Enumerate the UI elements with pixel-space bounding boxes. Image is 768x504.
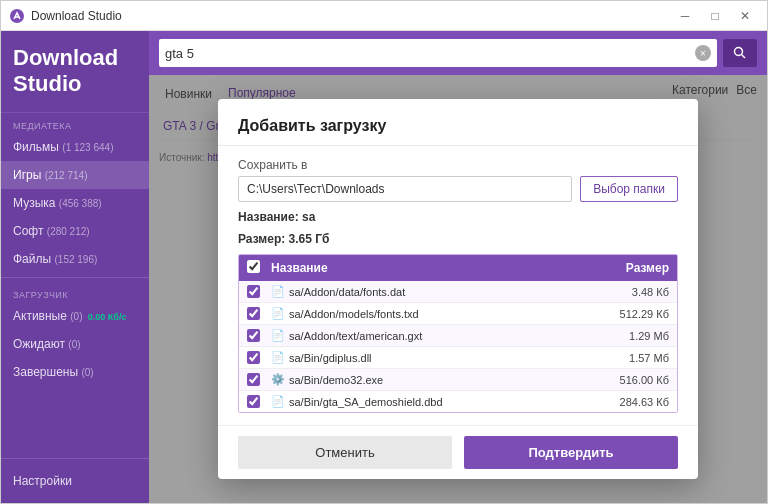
svg-point-0 [10, 9, 24, 23]
app-icon [9, 8, 25, 24]
sidebar-item-active[interactable]: Активные (0) 0.00 Кб/с [1, 302, 149, 330]
file-icon-5: 📄 [271, 395, 285, 408]
speed-badge: 0.00 Кб/с [88, 312, 127, 322]
modal-header: Добавить загрузку [218, 99, 698, 146]
table-row: 📄 sa/Addon/text/american.gxt 1.29 Мб [239, 325, 677, 347]
confirm-button[interactable]: Подтвердить [464, 436, 678, 469]
app-logo: Download Studio [1, 31, 149, 113]
sidebar-item-games[interactable]: Игры (212 714) [1, 161, 149, 189]
app-window: Download Studio ─ □ ✕ Download Studio МЕ… [0, 0, 768, 504]
sidebar-item-soft[interactable]: Софт (280 212) [1, 217, 149, 245]
svg-line-3 [742, 55, 746, 59]
sidebar-item-films[interactable]: Фильмы (1 123 644) [1, 133, 149, 161]
cancel-button[interactable]: Отменить [238, 436, 452, 469]
select-all-checkbox[interactable] [247, 260, 260, 273]
sidebar-bottom: Настройки [1, 458, 149, 503]
file-size-0: 3.48 Кб [569, 286, 669, 298]
file-size-info: Размер: 3.65 Гб [238, 232, 678, 246]
save-to-label: Сохранить в [238, 158, 678, 172]
file-size-3: 1.57 Мб [569, 352, 669, 364]
col-check [247, 260, 271, 276]
sidebar-item-files[interactable]: Файлы (152 196) [1, 245, 149, 273]
content-area: FREE SPACE Новинки Популярное Категории … [149, 75, 767, 503]
file-checkbox-1[interactable] [247, 307, 260, 320]
path-row: Выбор папки [238, 176, 678, 202]
svg-point-2 [735, 48, 743, 56]
file-checkbox-3[interactable] [247, 351, 260, 364]
file-name-0: sa/Addon/data/fonts.dat [289, 286, 405, 298]
file-size-2: 1.29 Мб [569, 330, 669, 342]
titlebar-controls: ─ □ ✕ [671, 6, 759, 26]
file-checkbox-4[interactable] [247, 373, 260, 386]
modal-backdrop: Добавить загрузку Сохранить в Выбор папк… [149, 75, 767, 503]
minimize-button[interactable]: ─ [671, 6, 699, 26]
titlebar-title: Download Studio [31, 9, 122, 23]
titlebar-left: Download Studio [9, 8, 122, 24]
file-checkbox-2[interactable] [247, 329, 260, 342]
file-name-4: sa/Bin/demo32.exe [289, 374, 383, 386]
modal-footer: Отменить Подтвердить [218, 425, 698, 479]
file-name-1: sa/Addon/models/fonts.txd [289, 308, 419, 320]
file-icon-1: 📄 [271, 307, 285, 320]
sidebar-item-waiting[interactable]: Ожидают (0) [1, 330, 149, 358]
file-icon-3: 📄 [271, 351, 285, 364]
file-table-header: Название Размер [239, 255, 677, 281]
path-input[interactable] [238, 176, 572, 202]
table-row: 📄 sa/Addon/models/fonts.txd 512.29 Кб [239, 303, 677, 325]
file-checkbox-0[interactable] [247, 285, 260, 298]
file-checkbox-5[interactable] [247, 395, 260, 408]
file-name-5: sa/Bin/gta_SA_demoshield.dbd [289, 396, 443, 408]
file-name-3: sa/Bin/gdiplus.dll [289, 352, 372, 364]
modal-body: Сохранить в Выбор папки Название: sa Раз… [218, 146, 698, 425]
search-input[interactable] [165, 46, 691, 61]
file-table: Название Размер 📄 sa/Addon/data/fonts.da… [238, 254, 678, 413]
table-row: 📄 sa/Bin/gta_SA_demoshield.dbd 284.63 Кб [239, 391, 677, 412]
search-clear-button[interactable]: × [695, 45, 711, 61]
library-section-label: МЕДИАТЕКА [1, 113, 149, 133]
col-size-header: Размер [569, 261, 669, 275]
titlebar: Download Studio ─ □ ✕ [1, 1, 767, 31]
main-content: Download Studio МЕДИАТЕКА Фильмы (1 123 … [1, 31, 767, 503]
table-row: ⚙️ sa/Bin/demo32.exe 516.00 Кб [239, 369, 677, 391]
sidebar-item-settings[interactable]: Настройки [1, 467, 149, 495]
right-panel: × FREE SPACE Новинки По [149, 31, 767, 503]
sidebar-divider [1, 277, 149, 278]
sidebar: Download Studio МЕДИАТЕКА Фильмы (1 123 … [1, 31, 149, 503]
search-icon [733, 46, 747, 60]
file-size-5: 284.63 Кб [569, 396, 669, 408]
browse-button[interactable]: Выбор папки [580, 176, 678, 202]
downloader-section-label: ЗАГРУЗЧИК [1, 282, 149, 302]
file-size-1: 512.29 Кб [569, 308, 669, 320]
file-icon-0: 📄 [271, 285, 285, 298]
file-icon-4: ⚙️ [271, 373, 285, 386]
sidebar-item-music[interactable]: Музыка (456 388) [1, 189, 149, 217]
file-name-2: sa/Addon/text/american.gxt [289, 330, 422, 342]
add-download-modal: Добавить загрузку Сохранить в Выбор папк… [218, 99, 698, 479]
maximize-button[interactable]: □ [701, 6, 729, 26]
table-row: 📄 sa/Bin/gdiplus.dll 1.57 Мб [239, 347, 677, 369]
close-button[interactable]: ✕ [731, 6, 759, 26]
file-info: Название: sa [238, 210, 678, 224]
table-row: 📄 sa/Addon/data/fonts.dat 3.48 Кб [239, 281, 677, 303]
file-icon-2: 📄 [271, 329, 285, 342]
search-bar: × [149, 31, 767, 75]
modal-title: Добавить загрузку [238, 117, 678, 135]
col-name-header: Название [271, 261, 569, 275]
search-button[interactable] [723, 39, 757, 67]
sidebar-item-completed[interactable]: Завершены (0) [1, 358, 149, 386]
file-size-4: 516.00 Кб [569, 374, 669, 386]
search-wrapper: × [159, 39, 717, 67]
